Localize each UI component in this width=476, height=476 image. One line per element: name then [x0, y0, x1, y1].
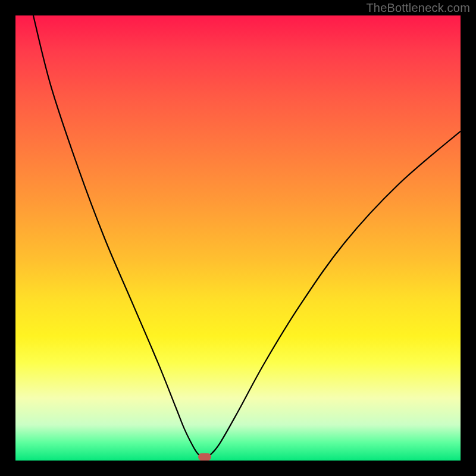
bottleneck-curve [15, 15, 461, 461]
chart-frame: TheBottleneck.com [0, 0, 476, 476]
plot-area [15, 15, 461, 461]
curve-line [33, 15, 461, 458]
optimal-marker [198, 453, 211, 461]
watermark-text: TheBottleneck.com [366, 1, 470, 15]
